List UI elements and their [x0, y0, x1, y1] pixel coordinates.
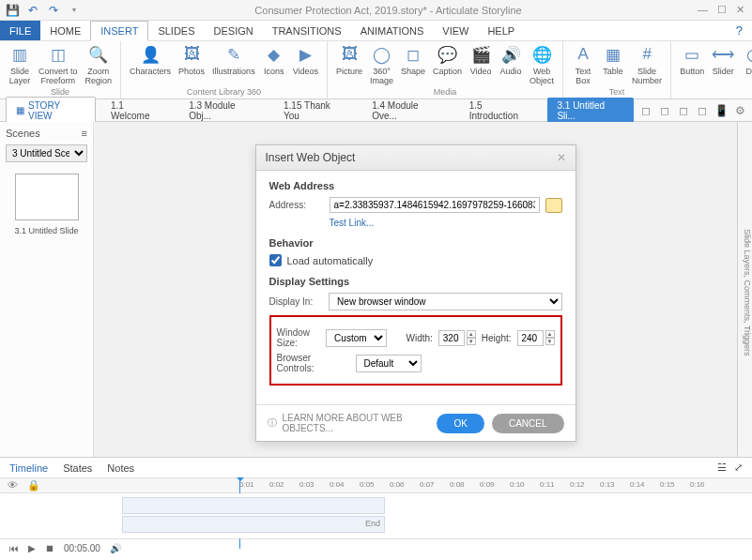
display-in-select[interactable]: New browser window — [329, 293, 561, 310]
phone-icon[interactable]: 📱 — [714, 104, 728, 117]
undock-icon[interactable]: ⤢ — [734, 462, 743, 474]
ruler-tick: 0:03 — [299, 480, 315, 489]
right-rail[interactable]: Slide Layers, Comments, Triggers — [737, 122, 752, 457]
help-icon[interactable]: ? — [727, 21, 752, 40]
view-mode-icon[interactable]: ◻ — [639, 104, 652, 117]
animations-tab[interactable]: ANIMATIONS — [351, 21, 434, 40]
timeline-icon[interactable]: ☱ — [717, 462, 727, 474]
minimize-icon[interactable]: — — [698, 4, 708, 16]
slider-button[interactable]: ⟷Slider — [709, 43, 737, 76]
shape-button[interactable]: ◻Shape — [398, 43, 428, 85]
insert-tab[interactable]: INSERT — [90, 21, 148, 41]
gear-icon[interactable]: ⚙ — [733, 104, 746, 117]
scene-tab-active[interactable]: 3.1 Untitled Sli... — [547, 98, 634, 124]
timeline-ruler[interactable]: 👁🔒 0:010:020:030:040:050:060:070:080:090… — [0, 478, 752, 493]
undo-icon[interactable]: ↶ — [26, 4, 39, 17]
scene-tab[interactable]: 1.5 Introduction — [460, 98, 543, 124]
icons-button[interactable]: ◆Icons — [260, 43, 288, 76]
slide-layer-button[interactable]: ▥Slide Layer — [6, 43, 34, 85]
height-up-icon[interactable]: ▲ — [545, 330, 555, 338]
test-link[interactable]: Test Link... — [330, 218, 562, 228]
videos-button[interactable]: ▶Videos — [290, 43, 321, 76]
audio-button[interactable]: 🔊Audio — [497, 43, 525, 85]
ruler-tick: 0:14 — [630, 480, 645, 489]
ruler-tick: 0:07 — [420, 480, 435, 489]
maximize-icon[interactable]: ☐ — [717, 4, 727, 16]
timeline-position: 00:05.00 — [64, 543, 100, 553]
view-mode-icon[interactable]: ◻ — [696, 104, 709, 117]
eye-icon[interactable]: 👁 — [8, 479, 18, 492]
ruler-tick: 0:11 — [540, 480, 555, 489]
window-title: Consumer Protection Act, 2019.story* - A… — [86, 5, 690, 16]
behavior-heading: Behavior — [269, 237, 562, 249]
highlight-box: Window Size: Custom Width: ▲▼ Height: ▲▼… — [269, 315, 562, 386]
home-tab[interactable]: HOME — [40, 21, 90, 40]
dialog-title: Insert Web Object — [266, 151, 356, 164]
ruler-tick: 0:08 — [450, 480, 465, 489]
play-icon[interactable]: ▶ — [28, 543, 36, 553]
convert-freeform-button[interactable]: ◫Convert to Freeform — [36, 43, 81, 85]
browse-folder-icon[interactable] — [545, 198, 562, 213]
cancel-button[interactable]: CANCEL — [492, 414, 564, 433]
illustrations-button[interactable]: ✎Illustrations — [209, 43, 258, 76]
stop-icon[interactable]: ⏹ — [45, 543, 54, 553]
caption-button[interactable]: 💬Caption — [430, 43, 465, 85]
volume-icon[interactable]: 🔊 — [110, 543, 121, 553]
timeline-clip[interactable]: End — [122, 516, 385, 533]
text-box-button[interactable]: AText Box — [569, 43, 597, 85]
learn-more-link[interactable]: LEARN MORE ABOUT WEB OBJECTS... — [283, 413, 437, 433]
width-up-icon[interactable]: ▲ — [467, 330, 476, 338]
transitions-tab[interactable]: TRANSITIONS — [263, 21, 351, 40]
zoom-region-button[interactable]: 🔍Zoom Region — [83, 43, 115, 85]
window-size-select[interactable]: Custom — [326, 329, 387, 347]
view-tab[interactable]: VIEW — [433, 21, 478, 40]
notes-tab[interactable]: Notes — [107, 462, 134, 474]
panel-menu-icon[interactable]: ≡ — [82, 128, 87, 139]
width-down-icon[interactable]: ▼ — [467, 338, 476, 345]
ruler-tick: 0:02 — [269, 480, 284, 489]
width-input[interactable] — [438, 330, 465, 346]
timeline-clip[interactable] — [122, 497, 385, 514]
states-tab[interactable]: States — [63, 462, 92, 474]
timeline-tab[interactable]: Timeline — [9, 462, 48, 474]
address-input[interactable] — [330, 197, 540, 213]
dial-button[interactable]: ◔Dial — [739, 43, 752, 76]
slides-tab[interactable]: SLIDES — [148, 21, 204, 40]
slide-number-button[interactable]: #Slide Number — [629, 43, 665, 85]
design-tab[interactable]: DESIGN — [205, 21, 263, 40]
scene-tab[interactable]: 1.3 Module Obj... — [179, 98, 269, 124]
slide-thumbnail[interactable] — [15, 174, 79, 220]
scene-tab[interactable]: 1.4 Module Ove... — [362, 98, 454, 124]
view-mode-icon[interactable]: ◻ — [677, 104, 690, 117]
help-tab[interactable]: HELP — [478, 21, 524, 40]
table-button[interactable]: ▦Table — [599, 43, 627, 85]
rewind-icon[interactable]: ⏮ — [9, 543, 19, 553]
image360-button[interactable]: ◯360° Image — [367, 43, 396, 85]
timeline-tracks[interactable]: End — [0, 493, 752, 538]
story-view-tab[interactable]: ▦STORY VIEW — [6, 97, 96, 125]
close-icon[interactable]: ✕ — [736, 4, 744, 16]
scene-tab[interactable]: 1.1 Welcome — [101, 98, 174, 124]
photos-button[interactable]: 🖼Photos — [176, 43, 207, 76]
web-object-button[interactable]: 🌐Web Object — [527, 43, 557, 85]
scene-dropdown[interactable]: 3 Untitled Scene — [6, 144, 87, 162]
height-input[interactable] — [517, 330, 544, 346]
load-auto-checkbox[interactable] — [269, 254, 282, 266]
save-icon[interactable]: 💾 — [6, 4, 19, 17]
file-tab[interactable]: FILE — [0, 21, 40, 40]
characters-button[interactable]: 👤Characters — [127, 43, 174, 76]
lock-icon[interactable]: 🔒 — [27, 479, 40, 492]
dialog-close-icon[interactable]: ✕ — [557, 151, 566, 164]
video-button[interactable]: 🎬Video — [467, 43, 495, 85]
scene-tab-bar: ▦STORY VIEW 1.1 Welcome 1.3 Module Obj..… — [0, 99, 752, 122]
qat-dropdown-icon[interactable]: ▾ — [68, 4, 81, 17]
timeline-panel: Timeline States Notes ☱⤢ 👁🔒 0:010:020:03… — [0, 457, 752, 560]
ok-button[interactable]: OK — [437, 414, 483, 433]
scene-tab[interactable]: 1.15 Thank You — [274, 98, 357, 124]
view-mode-icon[interactable]: ◻ — [658, 104, 671, 117]
picture-button[interactable]: 🖼Picture — [333, 43, 365, 85]
button-button[interactable]: ▭Button — [677, 43, 707, 76]
height-down-icon[interactable]: ▼ — [545, 338, 555, 345]
browser-controls-select[interactable]: Default — [356, 355, 422, 372]
redo-icon[interactable]: ↷ — [47, 4, 60, 17]
